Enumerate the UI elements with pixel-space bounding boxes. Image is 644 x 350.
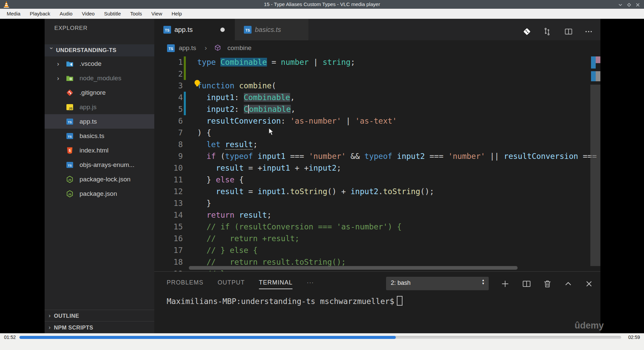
file-item-package-json[interactable]: JSpackage.json — [45, 186, 154, 201]
line-number[interactable]: 12 — [154, 186, 183, 198]
line-number[interactable]: 2 — [154, 68, 183, 80]
terminal-cursor — [397, 296, 402, 306]
breadcrumb-file[interactable]: app.ts — [179, 44, 196, 52]
file-item--gitignore[interactable]: .gitignore — [45, 85, 154, 100]
file-list: ›.vscode›node_modules.gitignoreJSapp.jsT… — [45, 56, 154, 201]
git-diff-icon[interactable] — [523, 27, 531, 36]
maximize-panel-icon[interactable] — [564, 279, 573, 289]
tab-basics-ts[interactable]: TS basics.ts — [235, 19, 309, 40]
code-line[interactable]: 10 result = +input1 + +input2; — [154, 162, 600, 174]
menu-audio[interactable]: Audio — [55, 9, 77, 19]
menu-media[interactable]: Media — [2, 9, 25, 19]
file-item-app-ts[interactable]: TSapp.ts — [45, 114, 154, 129]
file-item-node-modules[interactable]: ›node_modules — [45, 71, 154, 85]
compare-changes-icon[interactable] — [543, 27, 551, 36]
line-number[interactable]: 15 — [154, 221, 183, 233]
close-panel-icon[interactable] — [584, 279, 594, 289]
code-line[interactable]: 9 if (typeof input1 === 'number' && type… — [154, 150, 600, 162]
menu-video[interactable]: Video — [77, 9, 99, 19]
sidebar-section-npm-scripts[interactable]: › NPM SCRIPTS — [45, 321, 154, 333]
maximize-diamond-icon[interactable] — [627, 2, 631, 7]
code-line[interactable]: 2 — [154, 68, 600, 80]
code-line[interactable]: 6 resultConversion: 'as-number' | 'as-te… — [154, 115, 600, 127]
tab-app-ts[interactable]: TS app.ts — [154, 19, 235, 40]
panel-tab-output[interactable]: OUTPUT — [218, 279, 245, 286]
blue-change-bar — [184, 92, 186, 103]
kill-terminal-icon[interactable] — [543, 279, 552, 289]
gutter-space — [184, 256, 186, 268]
code-line[interactable]: 8 let result; — [154, 139, 600, 150]
code-line[interactable]: 7) { — [154, 127, 600, 139]
breadcrumb: TS app.ts › combine — [154, 40, 600, 56]
menu-view[interactable]: View — [147, 9, 167, 19]
file-item-basics-ts[interactable]: TSbasics.ts — [45, 129, 154, 143]
modified-dot-icon[interactable] — [220, 28, 225, 32]
vertical-scrollbar[interactable] — [590, 85, 600, 266]
ruler-mark-modified — [591, 71, 596, 81]
line-number[interactable]: 9 — [154, 150, 183, 162]
code-line[interactable]: 4 input1: Combinable, — [154, 92, 600, 103]
line-number[interactable]: 6 — [154, 115, 183, 127]
breadcrumb-symbol[interactable]: combine — [227, 44, 252, 52]
sidebar-section-outline[interactable]: › OUTLINE — [45, 310, 154, 321]
editor-tab-bar: TS app.ts TS basics.ts — [154, 19, 600, 40]
close-icon[interactable] — [636, 2, 640, 7]
menu-tools[interactable]: Tools — [125, 9, 147, 19]
code-line[interactable]: 3function combine( — [154, 80, 600, 92]
panel-tab-problems[interactable]: PROBLEMS — [167, 279, 204, 286]
file-item-index-html[interactable]: 5index.html — [45, 143, 154, 158]
terminal-content[interactable]: Maximilians-MBP:understanding-ts mschwar… — [167, 296, 402, 306]
chevron-right-icon[interactable]: › — [57, 75, 63, 82]
line-number[interactable]: 4 — [154, 92, 183, 103]
code-line[interactable]: 5 input2: Combinable, — [154, 103, 600, 115]
menu-help[interactable]: Help — [167, 9, 187, 19]
file-item--vscode[interactable]: ›.vscode — [45, 56, 154, 71]
line-number[interactable]: 1 — [154, 56, 183, 68]
code-editor[interactable]: 1type Combinable = number | string;23fun… — [154, 56, 600, 290]
line-number[interactable]: 16 — [154, 233, 183, 245]
line-number[interactable]: 10 — [154, 162, 183, 174]
new-terminal-icon[interactable] — [500, 279, 510, 289]
horizontal-scrollbar[interactable] — [189, 266, 518, 270]
code-line[interactable]: 11 } else { — [154, 174, 600, 186]
panel-tab-terminal[interactable]: TERMINAL — [259, 279, 293, 286]
more-actions-icon[interactable] — [584, 27, 593, 36]
line-number[interactable]: 17 — [154, 245, 183, 256]
menu-playback[interactable]: Playback — [25, 9, 55, 19]
code-line[interactable]: 1type Combinable = number | string; — [154, 56, 600, 68]
split-editor-icon[interactable] — [564, 27, 573, 36]
seek-bar[interactable] — [19, 336, 621, 339]
code-line[interactable]: 14 return result; — [154, 209, 600, 221]
video-area[interactable]: EXPLORER › UNDERSTANDING-TS ›.vscode›nod… — [0, 19, 644, 333]
split-terminal-icon[interactable] — [522, 279, 531, 289]
code-line[interactable]: 17 // } else { — [154, 245, 600, 256]
minimize-chevron-icon[interactable] — [618, 2, 623, 7]
line-number[interactable]: 11 — [154, 174, 183, 186]
code-line[interactable]: 16 // return +result; — [154, 233, 600, 245]
code-line[interactable]: 12 result = input1.toString() + input2.t… — [154, 186, 600, 198]
line-number[interactable]: 3 — [154, 80, 183, 92]
panel-tab-more[interactable]: ··· — [307, 279, 314, 286]
code-line[interactable]: 15 // if (resultConversion === 'as-numbe… — [154, 221, 600, 233]
menu-subtitle[interactable]: Subtitle — [99, 9, 125, 19]
file-item-objs-arrays-enum-[interactable]: TSobjs-arrays-enum... — [45, 158, 154, 172]
svg-text:TS: TS — [246, 28, 250, 32]
time-elapsed: 01:52 — [4, 335, 16, 340]
workspace-section-header[interactable]: › UNDERSTANDING-TS — [45, 44, 154, 56]
chevron-right-icon[interactable]: › — [57, 60, 63, 68]
line-number[interactable]: 14 — [154, 209, 183, 221]
blue-change-bar — [184, 103, 186, 115]
code-text: return result; — [197, 209, 272, 221]
window-controls — [618, 0, 640, 9]
file-item-package-lock-json[interactable]: JSpackage-lock.json — [45, 172, 154, 186]
line-number[interactable]: 5 — [154, 103, 183, 115]
lightbulb-icon[interactable] — [193, 79, 201, 87]
shell-select[interactable]: 2: bash ▲▼ — [386, 277, 489, 290]
line-number[interactable]: 7 — [154, 127, 183, 139]
file-item-app-js[interactable]: JSapp.js — [45, 100, 154, 114]
code-line[interactable]: 13 } — [154, 198, 600, 209]
gutter-space — [184, 115, 186, 127]
line-number[interactable]: 18 — [154, 256, 183, 268]
line-number[interactable]: 8 — [154, 139, 183, 150]
line-number[interactable]: 13 — [154, 198, 183, 209]
